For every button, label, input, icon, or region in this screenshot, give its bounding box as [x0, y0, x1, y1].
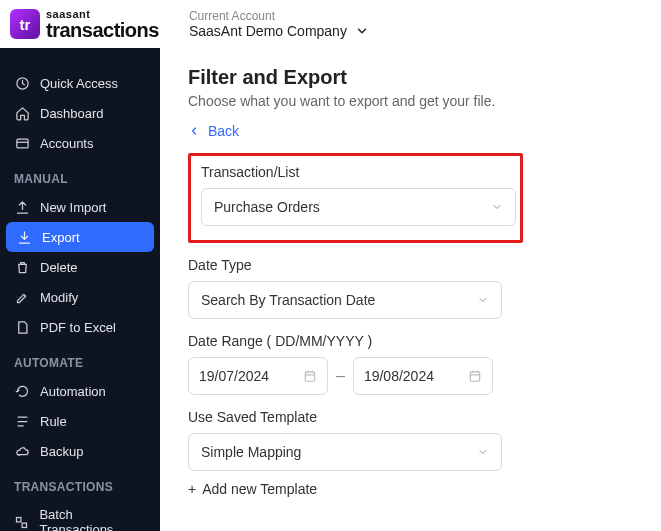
date-range-separator: – [336, 367, 345, 385]
account-switcher[interactable]: Current Account SaasAnt Demo Company [189, 9, 369, 39]
add-template-link[interactable]: + Add new Template [188, 481, 633, 497]
saved-template-label: Use Saved Template [188, 409, 633, 425]
chevron-down-icon [355, 24, 369, 38]
page-subtitle: Choose what you want to export and get y… [188, 93, 633, 109]
sidebar-item-label: New Import [40, 200, 106, 215]
sidebar-section-manual: MANUAL [0, 158, 160, 192]
select-value: Purchase Orders [214, 199, 320, 215]
sidebar-item-label: Automation [40, 384, 106, 399]
sidebar-item-label: Batch Transactions [39, 507, 146, 531]
file-icon [14, 319, 30, 335]
date-from-input[interactable]: 19/07/2024 [188, 357, 328, 395]
chevron-down-icon [477, 446, 489, 458]
date-from-value: 19/07/2024 [199, 368, 269, 384]
svg-rect-4 [305, 372, 314, 381]
cloud-icon [14, 443, 30, 459]
chevron-left-icon [188, 125, 200, 137]
sidebar-item-label: Modify [40, 290, 78, 305]
home-icon [14, 105, 30, 121]
select-value: Search By Transaction Date [201, 292, 375, 308]
trash-icon [14, 259, 30, 275]
svg-rect-2 [17, 517, 21, 521]
clock-icon [14, 75, 30, 91]
content-area: Filter and Export Choose what you want t… [160, 48, 661, 531]
sidebar-item-modify[interactable]: Modify [0, 282, 160, 312]
sidebar-item-export[interactable]: Export [6, 222, 154, 252]
svg-rect-3 [22, 523, 26, 527]
date-type-select[interactable]: Search By Transaction Date [188, 281, 502, 319]
calendar-icon [303, 369, 317, 383]
sidebar-item-dashboard[interactable]: Dashboard [0, 98, 160, 128]
sidebar: Quick Access Dashboard Accounts MANUAL N… [0, 48, 160, 531]
brand-logo: tr [10, 9, 40, 39]
sidebar-item-pdf-to-excel[interactable]: PDF to Excel [0, 312, 160, 342]
sidebar-item-label: Dashboard [40, 106, 104, 121]
sidebar-item-delete[interactable]: Delete [0, 252, 160, 282]
sidebar-item-label: Delete [40, 260, 78, 275]
sidebar-item-label: Export [42, 230, 80, 245]
sidebar-item-label: Rule [40, 414, 67, 429]
page-title: Filter and Export [188, 66, 633, 89]
brand-text: saasant transactions [46, 9, 159, 40]
account-name: SaasAnt Demo Company [189, 23, 347, 39]
sidebar-item-label: PDF to Excel [40, 320, 116, 335]
automation-icon [14, 383, 30, 399]
sidebar-item-label: Accounts [40, 136, 93, 151]
edit-icon [14, 289, 30, 305]
sidebar-section-automate: AUTOMATE [0, 342, 160, 376]
sidebar-item-automation[interactable]: Automation [0, 376, 160, 406]
date-range-label: Date Range ( DD/MM/YYYY ) [188, 333, 633, 349]
back-link[interactable]: Back [188, 123, 633, 139]
svg-rect-1 [16, 139, 27, 148]
sidebar-item-rule[interactable]: Rule [0, 406, 160, 436]
rule-icon [14, 413, 30, 429]
brand-line1: saasant [46, 9, 159, 20]
topbar: tr saasant transactions Current Account … [0, 0, 661, 48]
account-label: Current Account [189, 9, 369, 23]
transaction-list-label: Transaction/List [201, 164, 510, 180]
chevron-down-icon [491, 201, 503, 213]
batch-icon [14, 514, 29, 530]
saved-template-select[interactable]: Simple Mapping [188, 433, 502, 471]
sidebar-item-batch-transactions[interactable]: Batch Transactions [0, 500, 160, 531]
accounts-icon [14, 135, 30, 151]
date-to-value: 19/08/2024 [364, 368, 434, 384]
sidebar-item-new-import[interactable]: New Import [0, 192, 160, 222]
upload-icon [14, 199, 30, 215]
chevron-down-icon [477, 294, 489, 306]
highlighted-field-group: Transaction/List Purchase Orders [188, 153, 523, 243]
sidebar-section-transactions: TRANSACTIONS [0, 466, 160, 500]
sidebar-item-label: Quick Access [40, 76, 118, 91]
select-value: Simple Mapping [201, 444, 301, 460]
date-type-label: Date Type [188, 257, 633, 273]
sidebar-item-backup[interactable]: Backup [0, 436, 160, 466]
plus-icon: + [188, 481, 196, 497]
brand-line2: transactions [46, 20, 159, 40]
sidebar-item-label: Backup [40, 444, 83, 459]
sidebar-item-quick-access[interactable]: Quick Access [0, 68, 160, 98]
date-to-input[interactable]: 19/08/2024 [353, 357, 493, 395]
svg-rect-5 [470, 372, 479, 381]
transaction-list-select[interactable]: Purchase Orders [201, 188, 516, 226]
calendar-icon [468, 369, 482, 383]
download-icon [16, 229, 32, 245]
add-template-text: Add new Template [202, 481, 317, 497]
back-text: Back [208, 123, 239, 139]
sidebar-item-accounts[interactable]: Accounts [0, 128, 160, 158]
